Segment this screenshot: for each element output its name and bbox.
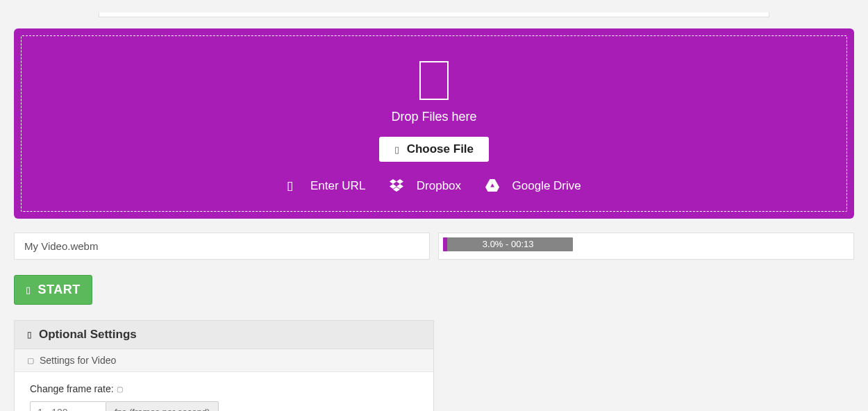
file-dropzone[interactable]: Drop Files here ▯ Choose File ▯ Enter UR… <box>14 28 854 219</box>
start-label: START <box>38 283 81 297</box>
file-icon <box>419 61 449 100</box>
frame-rate-label: Change frame rate: ▢ <box>30 383 418 394</box>
fps-unit-label: fps (frames per second) <box>106 401 219 411</box>
dropbox-icon <box>390 179 403 192</box>
play-icon: ▯ <box>26 285 31 295</box>
video-settings-header[interactable]: ▢ Settings for Video <box>15 349 433 372</box>
choose-file-label: Choose File <box>407 142 474 156</box>
collapse-icon: ▢ <box>27 356 34 365</box>
progress-bar: 3.0% - 00:13 <box>443 237 573 251</box>
optional-settings-header[interactable]: ▯ Optional Settings <box>15 321 433 349</box>
folder-icon: ▯ <box>394 144 399 155</box>
file-name-display: My Video.webm <box>14 233 430 260</box>
progress-text: 3.0% - 00:13 <box>443 237 573 251</box>
gear-icon: ▯ <box>27 330 32 339</box>
upload-progress: 3.0% - 00:13 <box>438 233 854 260</box>
top-empty-card <box>99 12 769 17</box>
drop-links-row: ▯ Enter URL Dropbox Google Drive <box>35 178 833 193</box>
google-drive-icon <box>485 179 499 192</box>
drop-title: Drop Files here <box>35 110 833 124</box>
frame-rate-input[interactable] <box>30 401 106 411</box>
dropbox-link[interactable]: Dropbox <box>390 178 471 192</box>
enter-url-link[interactable]: ▯ Enter URL <box>280 178 376 192</box>
choose-file-button[interactable]: ▯ Choose File <box>379 137 489 162</box>
optional-settings-panel: ▯ Optional Settings ▢ Settings for Video… <box>14 320 434 411</box>
link-icon: ▯ <box>287 179 293 192</box>
help-icon[interactable]: ▢ <box>117 385 123 393</box>
google-drive-link[interactable]: Google Drive <box>485 178 588 192</box>
start-button[interactable]: ▯ START <box>14 275 92 305</box>
